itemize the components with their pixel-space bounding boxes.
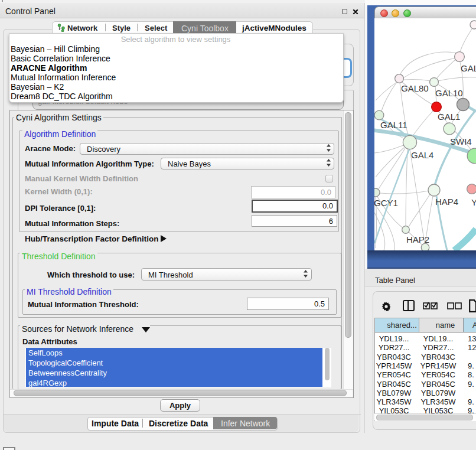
svg-text:GAL: GAL xyxy=(461,63,476,73)
svg-text:GCY1: GCY1 xyxy=(374,198,398,208)
svg-text:Y: Y xyxy=(471,197,476,207)
svg-text:GAL80: GAL80 xyxy=(401,83,429,93)
svg-text:HAP4: HAP4 xyxy=(435,197,458,207)
svg-text:GAL1: GAL1 xyxy=(438,112,460,122)
svg-text:HAP2: HAP2 xyxy=(406,234,429,244)
svg-text:GAL11: GAL11 xyxy=(380,120,407,130)
svg-text:GAL4: GAL4 xyxy=(411,150,433,160)
svg-text:GAL10: GAL10 xyxy=(435,88,463,98)
svg-text:SWI4: SWI4 xyxy=(450,136,472,146)
